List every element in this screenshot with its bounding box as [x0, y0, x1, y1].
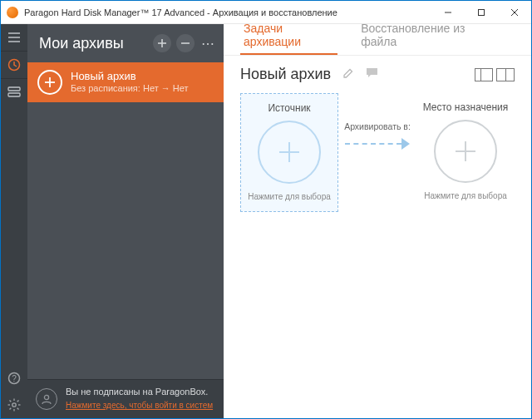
svg-text:?: ? — [12, 374, 17, 383]
archive-item-title: Новый архив — [71, 70, 189, 83]
sidebar: Мои архивы ⋯ Новый архив Без расписания:… — [27, 24, 224, 418]
stage: Источник Нажмите для выбора Архивировать… — [224, 88, 531, 217]
svg-point-26 — [44, 395, 48, 399]
sidebar-title: Мои архивы — [39, 35, 148, 52]
titlebar: Paragon Hard Disk Manager™ 17 Advanced -… — [1, 1, 531, 24]
more-actions-button[interactable]: ⋯ — [201, 36, 215, 52]
svg-rect-8 — [8, 87, 20, 91]
view-mode-1-button[interactable] — [475, 68, 493, 81]
svg-point-12 — [12, 403, 16, 407]
minimize-button[interactable] — [431, 1, 465, 24]
nav-rail: ? — [1, 24, 27, 418]
arrow: Архивировать в: — [338, 93, 416, 150]
sidebar-footer: Вы не подписаны на ParagonBox. Нажмите з… — [27, 379, 224, 418]
nav-disks[interactable] — [1, 79, 27, 106]
plus-circle-icon — [37, 70, 62, 95]
footer-login-link[interactable]: Нажмите здесь, чтобы войти в систем — [66, 401, 213, 410]
source-title: Источник — [268, 102, 310, 114]
archive-item[interactable]: Новый архив Без расписания: Нет → Нет — [27, 62, 224, 102]
svg-line-17 — [10, 401, 12, 402]
add-archive-button[interactable] — [153, 34, 171, 52]
nav-settings[interactable] — [1, 392, 27, 418]
svg-rect-1 — [479, 9, 485, 15]
footer-text: Вы не подписаны на ParagonBox. — [66, 387, 213, 397]
user-icon — [36, 388, 57, 410]
svg-line-19 — [17, 401, 19, 402]
subheader: Новый архив — [224, 56, 531, 88]
page-title: Новый архив — [240, 66, 331, 83]
app-icon — [7, 7, 18, 18]
source-hint: Нажмите для выбора — [248, 192, 331, 201]
menu-button[interactable] — [1, 24, 27, 51]
window-title: Paragon Hard Disk Manager™ 17 Advanced -… — [24, 7, 337, 17]
view-mode-2-button[interactable] — [496, 68, 515, 81]
arrow-label: Архивировать в: — [344, 121, 411, 131]
archive-item-subtitle: Без расписания: Нет → Нет — [71, 83, 189, 95]
edit-icon[interactable] — [342, 67, 354, 82]
maximize-button[interactable] — [465, 1, 498, 24]
tabs: Задачи архивации Восстановление из файла — [224, 24, 531, 56]
plus-circle-icon — [434, 120, 497, 183]
close-button[interactable] — [498, 1, 531, 24]
svg-line-18 — [17, 408, 19, 410]
svg-line-20 — [10, 408, 12, 410]
plus-circle-icon — [258, 121, 321, 184]
svg-rect-9 — [8, 93, 20, 96]
destination-box[interactable]: Место назначения Нажмите для выбора — [416, 93, 515, 210]
destination-title: Место назначения — [423, 101, 509, 113]
app-window: Paragon Hard Disk Manager™ 17 Advanced -… — [0, 0, 532, 419]
source-box[interactable]: Источник Нажмите для выбора — [240, 93, 338, 212]
tab-restore[interactable]: Восстановление из файла — [357, 22, 495, 55]
main-panel: Задачи архивации Восстановление из файла… — [224, 24, 531, 418]
nav-backup[interactable] — [1, 52, 27, 78]
nav-help[interactable]: ? — [1, 365, 27, 392]
tab-backup-tasks[interactable]: Задачи архивации — [240, 22, 337, 55]
destination-hint: Нажмите для выбора — [424, 191, 507, 200]
sidebar-header: Мои архивы ⋯ — [27, 24, 224, 62]
comment-icon[interactable] — [366, 67, 378, 82]
remove-archive-button[interactable] — [176, 34, 195, 52]
